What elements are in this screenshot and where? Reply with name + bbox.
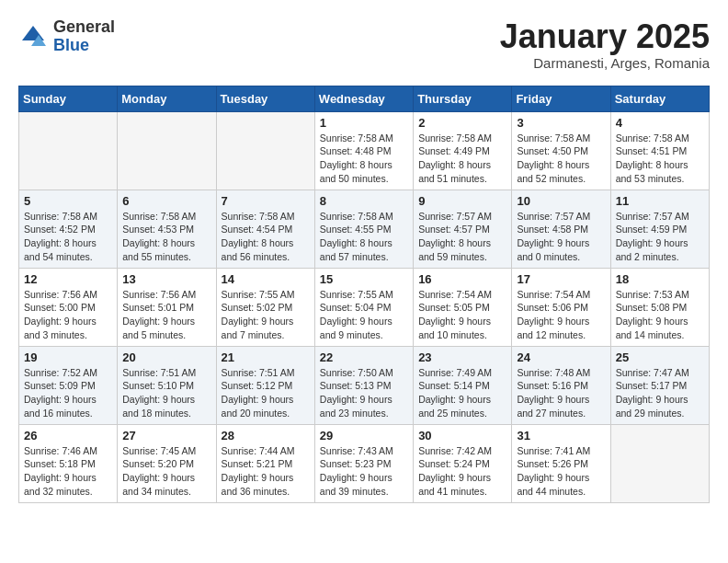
title-block: January 2025 Darmanesti, Arges, Romania [500,18,710,71]
day-info: Sunrise: 7:51 AM Sunset: 5:12 PM Dayligh… [222,366,310,420]
calendar-cell: 13Sunrise: 7:56 AM Sunset: 5:01 PM Dayli… [118,268,216,346]
day-number: 10 [517,194,605,208]
day-number: 1 [320,116,408,130]
day-info: Sunrise: 7:50 AM Sunset: 5:13 PM Dayligh… [320,366,408,420]
weekday-header-row: SundayMondayTuesdayWednesdayThursdayFrid… [19,86,710,111]
day-number: 9 [418,194,506,208]
calendar-cell [19,111,118,190]
day-number: 18 [616,272,704,286]
day-number: 19 [24,350,112,364]
logo-icon [18,22,48,52]
weekday-header-saturday: Saturday [610,86,709,111]
calendar-cell: 17Sunrise: 7:54 AM Sunset: 5:06 PM Dayli… [512,268,610,346]
day-number: 4 [616,116,704,130]
day-info: Sunrise: 7:42 AM Sunset: 5:24 PM Dayligh… [418,444,506,499]
day-number: 17 [517,272,605,286]
calendar-week-row: 1Sunrise: 7:58 AM Sunset: 4:48 PM Daylig… [19,111,710,190]
day-info: Sunrise: 7:41 AM Sunset: 5:26 PM Dayligh… [517,444,605,499]
svg-marker-0 [22,26,44,40]
day-info: Sunrise: 7:56 AM Sunset: 5:00 PM Dayligh… [24,288,112,342]
location-subtitle: Darmanesti, Arges, Romania [500,55,710,71]
calendar-cell: 5Sunrise: 7:58 AM Sunset: 4:52 PM Daylig… [19,190,118,268]
day-info: Sunrise: 7:58 AM Sunset: 4:49 PM Dayligh… [418,132,506,186]
day-number: 6 [122,194,210,208]
day-number: 21 [222,350,310,364]
day-number: 7 [222,194,310,208]
month-title: January 2025 [500,18,710,55]
day-info: Sunrise: 7:58 AM Sunset: 4:51 PM Dayligh… [616,132,704,186]
calendar-cell: 10Sunrise: 7:57 AM Sunset: 4:58 PM Dayli… [512,190,610,268]
calendar-cell: 27Sunrise: 7:45 AM Sunset: 5:20 PM Dayli… [118,424,216,502]
day-number: 24 [517,350,605,364]
calendar-week-row: 19Sunrise: 7:52 AM Sunset: 5:09 PM Dayli… [19,346,710,424]
day-number: 13 [122,272,210,286]
calendar-cell: 6Sunrise: 7:58 AM Sunset: 4:53 PM Daylig… [118,190,216,268]
day-number: 11 [616,194,704,208]
calendar-cell: 12Sunrise: 7:56 AM Sunset: 5:00 PM Dayli… [19,268,118,346]
day-number: 3 [517,116,605,130]
calendar-cell: 26Sunrise: 7:46 AM Sunset: 5:18 PM Dayli… [19,424,118,502]
day-info: Sunrise: 7:48 AM Sunset: 5:16 PM Dayligh… [517,366,605,420]
day-info: Sunrise: 7:43 AM Sunset: 5:23 PM Dayligh… [320,444,408,499]
weekday-header-tuesday: Tuesday [216,86,314,111]
calendar-week-row: 5Sunrise: 7:58 AM Sunset: 4:52 PM Daylig… [19,190,710,268]
day-number: 31 [517,429,605,442]
calendar-cell: 18Sunrise: 7:53 AM Sunset: 5:08 PM Dayli… [610,268,709,346]
day-number: 27 [122,429,210,442]
calendar-cell: 14Sunrise: 7:55 AM Sunset: 5:02 PM Dayli… [216,268,314,346]
calendar-cell: 21Sunrise: 7:51 AM Sunset: 5:12 PM Dayli… [216,346,314,424]
calendar-cell: 29Sunrise: 7:43 AM Sunset: 5:23 PM Dayli… [314,424,413,502]
calendar-cell: 15Sunrise: 7:55 AM Sunset: 5:04 PM Dayli… [314,268,413,346]
day-info: Sunrise: 7:58 AM Sunset: 4:48 PM Dayligh… [320,132,408,186]
day-number: 12 [24,272,112,286]
calendar-cell [216,111,314,190]
weekday-header-sunday: Sunday [19,86,118,111]
day-number: 25 [616,350,704,364]
day-info: Sunrise: 7:51 AM Sunset: 5:10 PM Dayligh… [122,366,210,420]
calendar-cell: 16Sunrise: 7:54 AM Sunset: 5:05 PM Dayli… [414,268,512,346]
day-info: Sunrise: 7:58 AM Sunset: 4:50 PM Dayligh… [517,132,605,186]
day-info: Sunrise: 7:45 AM Sunset: 5:20 PM Dayligh… [122,444,210,499]
calendar-week-row: 12Sunrise: 7:56 AM Sunset: 5:00 PM Dayli… [19,268,710,346]
day-info: Sunrise: 7:57 AM Sunset: 4:59 PM Dayligh… [616,210,704,264]
day-info: Sunrise: 7:57 AM Sunset: 4:57 PM Dayligh… [418,210,506,264]
logo: General Blue [18,18,115,55]
calendar-table: SundayMondayTuesdayWednesdayThursdayFrid… [18,86,710,503]
day-number: 16 [418,272,506,286]
weekday-header-wednesday: Wednesday [314,86,413,111]
page-header: General Blue January 2025 Darmanesti, Ar… [18,18,710,71]
day-number: 23 [418,350,506,364]
calendar-cell: 19Sunrise: 7:52 AM Sunset: 5:09 PM Dayli… [19,346,118,424]
day-info: Sunrise: 7:54 AM Sunset: 5:05 PM Dayligh… [418,288,506,342]
weekday-header-friday: Friday [512,86,610,111]
calendar-cell: 9Sunrise: 7:57 AM Sunset: 4:57 PM Daylig… [414,190,512,268]
weekday-header-thursday: Thursday [414,86,512,111]
weekday-header-monday: Monday [118,86,216,111]
calendar-cell: 11Sunrise: 7:57 AM Sunset: 4:59 PM Dayli… [610,190,709,268]
day-info: Sunrise: 7:58 AM Sunset: 4:52 PM Dayligh… [24,210,112,264]
calendar-cell: 31Sunrise: 7:41 AM Sunset: 5:26 PM Dayli… [512,424,610,502]
day-info: Sunrise: 7:58 AM Sunset: 4:55 PM Dayligh… [320,210,408,264]
day-number: 20 [122,350,210,364]
day-number: 2 [418,116,506,130]
day-info: Sunrise: 7:55 AM Sunset: 5:02 PM Dayligh… [222,288,310,342]
day-info: Sunrise: 7:52 AM Sunset: 5:09 PM Dayligh… [24,366,112,420]
calendar-cell [118,111,216,190]
day-number: 5 [24,194,112,208]
day-number: 26 [24,429,112,442]
day-number: 28 [222,429,310,442]
day-info: Sunrise: 7:46 AM Sunset: 5:18 PM Dayligh… [24,444,112,499]
calendar-cell: 25Sunrise: 7:47 AM Sunset: 5:17 PM Dayli… [610,346,709,424]
day-number: 29 [320,429,408,442]
day-number: 15 [320,272,408,286]
calendar-cell: 28Sunrise: 7:44 AM Sunset: 5:21 PM Dayli… [216,424,314,502]
day-info: Sunrise: 7:47 AM Sunset: 5:17 PM Dayligh… [616,366,704,420]
calendar-week-row: 26Sunrise: 7:46 AM Sunset: 5:18 PM Dayli… [19,424,710,502]
day-info: Sunrise: 7:57 AM Sunset: 4:58 PM Dayligh… [517,210,605,264]
calendar-cell: 22Sunrise: 7:50 AM Sunset: 5:13 PM Dayli… [314,346,413,424]
day-number: 30 [418,429,506,442]
calendar-cell: 4Sunrise: 7:58 AM Sunset: 4:51 PM Daylig… [610,111,709,190]
calendar-cell: 2Sunrise: 7:58 AM Sunset: 4:49 PM Daylig… [414,111,512,190]
day-number: 8 [320,194,408,208]
day-info: Sunrise: 7:56 AM Sunset: 5:01 PM Dayligh… [122,288,210,342]
